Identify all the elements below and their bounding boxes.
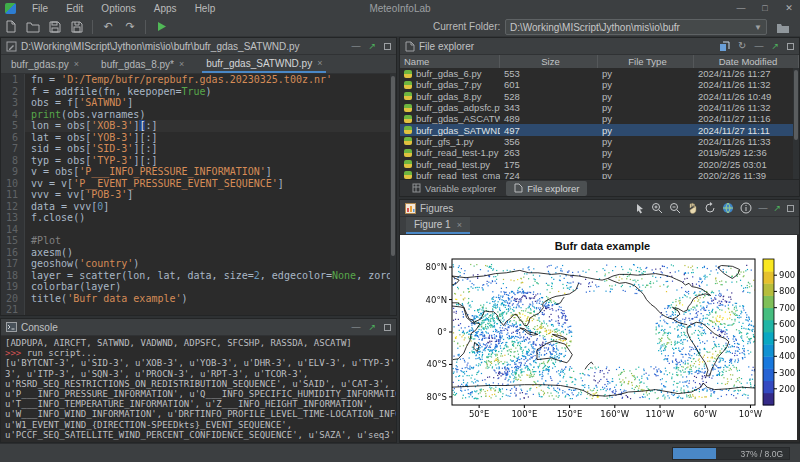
editor-tab[interactable]: bufr_gdas.py×	[7, 55, 83, 73]
close-tab-icon[interactable]: ×	[317, 58, 322, 68]
tab-variable-explorer[interactable]: Variable explorer	[404, 181, 504, 196]
python-file-icon	[404, 104, 412, 112]
copy-path-icon[interactable]	[719, 41, 730, 52]
browse-folder-button[interactable]	[773, 19, 793, 37]
float-panel-button[interactable]: ↗	[773, 203, 781, 213]
console-line: >>> run script...	[5, 348, 392, 358]
table-row[interactable]: bufr_gdas_SATWND.py497py2024/11/27 11:11	[400, 124, 799, 135]
file-explorer-controls: ↻ — ↗	[719, 41, 794, 52]
tab-figure-1[interactable]: Figure 1 ×	[406, 217, 470, 234]
float-panel-button[interactable]: ↗	[368, 322, 376, 332]
console-output[interactable]: [ADPUPA, AIRCFT, SATWND, VADWND, ADPSFC,…	[1, 336, 396, 452]
code-text: colorbar(layer)	[25, 281, 121, 293]
menu-help[interactable]: Help	[186, 0, 225, 17]
run-script-button[interactable]	[151, 18, 171, 36]
column-header-size[interactable]: Size	[500, 55, 598, 68]
float-panel-button[interactable]: ↗	[771, 41, 779, 51]
minimize-window-button[interactable]: —	[734, 0, 748, 17]
code-line: 20title('Bufr data example')	[1, 293, 396, 305]
table-row[interactable]: bufr_read_test.py175py2020/2/25 03:01	[400, 158, 799, 169]
console-line: u'W___INFO_WIND_INFORMATION', u'DRFTINFO…	[5, 409, 392, 419]
code-text: print(obs.varnames)	[25, 109, 145, 121]
minimize-panel-button[interactable]: —	[754, 41, 763, 51]
maximize-window-button[interactable]: □	[758, 0, 772, 17]
table-row[interactable]: bufr_read_test-1.py263py2019/5/29 12:36	[400, 147, 799, 158]
column-header-file-type[interactable]: File Type	[598, 55, 694, 68]
table-row[interactable]: bufr_gdas_ASCATW.py489py2024/11/27 11:16	[400, 113, 799, 124]
zoom-out-icon[interactable]	[669, 202, 681, 214]
menu-file[interactable]: File	[23, 0, 57, 17]
redo-button[interactable]: ↷	[120, 18, 140, 36]
table-row[interactable]: bufr_gdas_adpsfc.py343py2024/11/26 11:32	[400, 102, 799, 113]
pan-hand-icon[interactable]	[687, 202, 698, 214]
explorer-bottom-tabs: Variable explorerFile explorer	[400, 179, 799, 196]
file-type-cell: py	[598, 159, 694, 170]
column-header-name[interactable]: Name	[400, 55, 500, 68]
table-row[interactable]: bufr_gdas_7.py601py2024/11/26 11:32	[400, 79, 799, 90]
file-date-cell: 2024/11/26 11:32	[694, 102, 799, 113]
rotate-icon[interactable]	[704, 202, 716, 214]
table-row[interactable]: bufr_gdas_6.py553py2024/11/26 11:27	[400, 68, 799, 79]
code-text: sid = obs['SID-3'][:]	[25, 143, 157, 155]
globe-icon[interactable]	[722, 202, 734, 214]
current-folder-combobox[interactable]: D:\Working\MIScript\Jython\mis\io\bufr ▼	[505, 19, 767, 35]
close-figure-tab-icon[interactable]: ×	[457, 220, 462, 230]
refresh-icon[interactable]: ↻	[738, 41, 746, 51]
line-number: 19	[1, 281, 25, 293]
save-file-button[interactable]	[45, 18, 65, 36]
minimize-panel-button[interactable]: —	[351, 41, 360, 51]
memory-indicator[interactable]: 37% / 8.0G	[672, 447, 790, 460]
pointer-icon[interactable]	[635, 203, 645, 214]
zoom-in-icon[interactable]	[651, 202, 663, 214]
float-panel-button[interactable]: ↗	[368, 41, 376, 51]
editor-panel-controls: — ↗	[351, 41, 391, 51]
file-size-cell: 489	[500, 113, 598, 124]
maximize-panel-button[interactable]	[384, 324, 391, 331]
close-tab-icon[interactable]: ×	[74, 59, 79, 69]
close-tab-icon[interactable]: ×	[179, 59, 184, 69]
python-file-icon	[404, 137, 412, 145]
chevron-down-icon[interactable]: ▼	[754, 23, 762, 32]
code-text: fn = 'D:/Temp/bufr/prepbufr.gdas.2023032…	[25, 74, 332, 86]
code-line: 3obs = f['SATWND']	[1, 97, 396, 109]
code-line: 2f = addfile(fn, keepopen=True)	[1, 86, 396, 98]
info-icon[interactable]	[740, 202, 752, 214]
code-editor[interactable]: 1fn = 'D:/Temp/bufr/prepbufr.gdas.202303…	[1, 74, 396, 315]
tab-file-explorer[interactable]: File explorer	[506, 181, 587, 196]
menu-options[interactable]: Options	[92, 0, 144, 17]
file-type-cell: py	[598, 68, 694, 79]
minimize-panel-button[interactable]: —	[758, 203, 767, 213]
maximize-panel-button[interactable]	[787, 205, 794, 212]
maximize-panel-button[interactable]	[787, 43, 794, 50]
close-window-button[interactable]: ✕	[782, 0, 796, 17]
line-number: 6	[1, 132, 25, 144]
maximize-panel-button[interactable]	[384, 43, 391, 50]
open-file-button[interactable]	[23, 18, 43, 36]
new-file-button[interactable]	[1, 18, 21, 36]
table-row[interactable]: bufr_gfs_1.py356py2024/11/26 11:33	[400, 136, 799, 147]
editor-tab[interactable]: bufr_gdas_SATWND.py×	[202, 55, 326, 73]
editor-tab[interactable]: bufr_gdas_8.py*×	[97, 55, 188, 73]
line-number: 11	[1, 189, 25, 201]
menu-edit[interactable]: Edit	[57, 0, 92, 17]
console-line: [ADPUPA, AIRCFT, SATWND, VADWND, ADPSFC,…	[5, 338, 392, 348]
console-line: [u'BYTCNT-3', u'SID-3', u'XOB-3', u'YOB-…	[5, 358, 392, 368]
figures-toolbar: — ↗	[635, 202, 794, 214]
undo-button[interactable]: ↶	[98, 18, 118, 36]
code-line: 19colorbar(layer)	[1, 281, 396, 293]
minimize-panel-button[interactable]: —	[351, 322, 360, 332]
editor-scrollbar[interactable]	[390, 74, 396, 315]
menu-apps[interactable]: Apps	[145, 0, 186, 17]
file-table-scrollbar[interactable]	[793, 68, 799, 181]
svg-text:600: 600	[779, 319, 795, 329]
save-as-button[interactable]	[67, 18, 87, 36]
python-file-icon	[404, 149, 412, 157]
figures-panel-header: Figures — ↗	[400, 200, 799, 217]
line-number: 10	[1, 178, 25, 190]
svg-text:160°W: 160°W	[600, 409, 629, 419]
table-row[interactable]: bufr_gdas_8.py528py2024/11/26 10:49	[400, 91, 799, 102]
svg-text:700: 700	[779, 303, 795, 313]
figure-canvas-area[interactable]: Bufr data example 80°N40°N0°40°S80°S50°E…	[400, 235, 797, 440]
line-number: 17	[1, 258, 25, 270]
column-header-date-modified[interactable]: Date Modified	[694, 55, 799, 68]
